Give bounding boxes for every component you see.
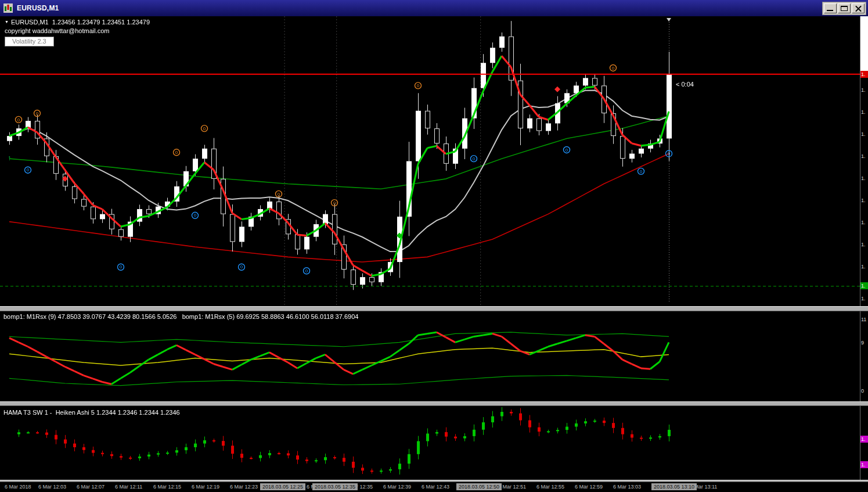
copyright-line: copyright waddahwttar@hotmail.com	[5, 27, 110, 34]
price-axis-label: 9	[861, 340, 864, 346]
price-axis-label: 11	[861, 317, 866, 322]
chart-area: ▼EURUSD,M1 1.23456 1.23479 1.23451 1.234…	[0, 16, 868, 492]
price-axis-label: 1.	[861, 153, 866, 159]
time-tick: 6 Mar 12:51	[498, 484, 526, 490]
price-axis-blank-block	[860, 16, 868, 71]
volatility-badge: Volatility 2.3	[5, 37, 54, 46]
hama-panel-label: HAMA T3 SW 1 - Heiken Ashi 5 1.2344 1.23…	[3, 409, 180, 416]
time-tick: 6 Mar 12:11	[115, 484, 142, 490]
candle-countdown-timer: < 0:04	[676, 81, 694, 88]
window-title: EURUSD,M1	[17, 4, 59, 12]
object-time-label[interactable]: 2018.03.05 12:50	[456, 483, 502, 490]
price-axis-label: 1.	[861, 109, 866, 115]
price-marker-box: 1.	[860, 436, 868, 443]
price-axis-label: 1.	[861, 242, 866, 247]
time-tick: 6 Mar 12:55	[536, 484, 564, 490]
time-tick: 6 Mar 13:03	[613, 484, 641, 490]
symbol-ohlc-line: ▼EURUSD,M1 1.23456 1.23479 1.23451 1.234…	[5, 19, 150, 26]
terminal-window: EURUSD,M1 ▼EURUSD,M1 1.23456 1.23479 1.2…	[0, 0, 868, 492]
window-titlebar[interactable]: EURUSD,M1	[0, 0, 868, 16]
main-chart-canvas[interactable]	[0, 16, 860, 306]
rsx-label-5: bomp1: M1Rsx (5) 69.6925 58.8863 46.6100…	[182, 313, 359, 320]
time-tick: 6 Mar 2018	[5, 484, 31, 490]
symbol-dropdown-icon: ▼	[5, 20, 9, 24]
object-time-label[interactable]: 2018.03.05 13:10	[651, 483, 697, 490]
ohlc-values: EURUSD,M1 1.23456 1.23479 1.23451 1.2347…	[11, 19, 150, 26]
chart-icon	[3, 3, 13, 13]
object-time-label[interactable]: 2018.03.05 12:25	[260, 483, 305, 490]
object-time-label[interactable]: 2018.03.05 12:35	[312, 483, 358, 490]
price-axis-label: 1.	[861, 296, 866, 301]
restore-icon	[841, 6, 848, 11]
close-button[interactable]	[852, 3, 865, 13]
time-axis[interactable]: 6 Mar 20186 Mar 12:036 Mar 12:076 Mar 12…	[0, 482, 868, 492]
minimize-icon	[827, 10, 833, 11]
time-tick: 6 Mar 12:43	[422, 484, 449, 490]
panel-separator-2[interactable]	[0, 401, 868, 406]
window-controls	[822, 2, 866, 15]
price-axis-label: 0	[861, 388, 864, 394]
hama-indicator-canvas[interactable]	[0, 406, 860, 480]
rsx-indicator-canvas[interactable]	[0, 311, 860, 401]
time-tick: 6 Mar 12:03	[38, 484, 66, 490]
price-axis[interactable]: 1.1.1.1.1.1.1.1.1.1.11901.1.1.1.	[860, 16, 868, 492]
time-tick: 6 Mar 12:19	[192, 484, 219, 490]
rsx-label-9: bomp1: M1Rsx (9) 47.8503 39.0767 43.4239…	[3, 313, 177, 320]
rsx-panel-label: bomp1: M1Rsx (9) 47.8503 39.0767 43.4239…	[3, 313, 358, 320]
price-marker-box: 1.	[860, 461, 868, 468]
time-tick: 6 Mar 12:39	[383, 484, 411, 490]
time-tick: 6 Mar 12:59	[575, 484, 603, 490]
price-axis-label: 1.	[861, 264, 866, 270]
price-axis-label: 1.	[861, 175, 866, 181]
close-icon	[852, 4, 864, 13]
price-marker-box: 1.	[860, 282, 868, 289]
price-marker-box: 1.	[860, 71, 868, 78]
restore-button[interactable]	[838, 3, 851, 13]
price-axis-label: 1.	[861, 87, 866, 93]
time-tick: 6 Mar 12:23	[230, 484, 258, 490]
price-axis-label: 1.	[861, 220, 866, 225]
time-tick: 6 Mar 12:07	[77, 484, 105, 490]
price-axis-label: 1.	[861, 197, 866, 203]
minimize-button[interactable]	[824, 3, 837, 13]
price-axis-label: 1.	[861, 131, 866, 137]
time-tick: 6 Mar 12:15	[153, 484, 181, 490]
panel-separator-1[interactable]	[0, 306, 868, 311]
